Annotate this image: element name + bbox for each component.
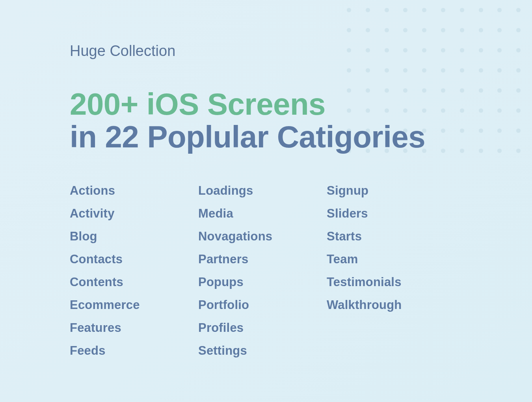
- category-item: Contacts: [70, 253, 198, 265]
- category-item: Starts: [327, 230, 455, 242]
- category-item: Partners: [198, 253, 327, 265]
- category-item: Ecommerce: [70, 299, 198, 311]
- category-item: Contents: [70, 276, 198, 288]
- category-item: Team: [327, 253, 455, 265]
- category-item: Loadings: [198, 184, 327, 197]
- category-item: Popups: [198, 276, 327, 288]
- category-item: Feeds: [70, 344, 198, 357]
- category-item: Activity: [70, 207, 198, 220]
- headline-line-2: in 22 Poplular Catigories: [70, 119, 425, 154]
- category-column-2: Loadings Media Novagations Partners Popu…: [198, 184, 327, 367]
- category-item: Walkthrough: [327, 299, 455, 311]
- category-item: Profiles: [198, 322, 327, 334]
- category-item: Portfolio: [198, 299, 327, 311]
- category-column-1: Actions Activity Blog Contacts Contents …: [70, 184, 198, 367]
- headline-line-1: 200+ iOS Screens: [70, 87, 326, 121]
- category-item: Novagations: [198, 230, 327, 242]
- category-item: Signup: [327, 184, 455, 197]
- category-item: Features: [70, 322, 198, 334]
- eyebrow-text: Huge Collection: [70, 43, 532, 60]
- headline: 200+ iOS Screens in 22 Poplular Catigori…: [70, 88, 532, 154]
- main-content: Huge Collection 200+ iOS Screens in 22 P…: [0, 0, 532, 367]
- category-item: Media: [198, 207, 327, 220]
- category-item: Blog: [70, 230, 198, 242]
- category-item: Testimonials: [327, 276, 455, 288]
- categories-grid: Actions Activity Blog Contacts Contents …: [70, 184, 532, 367]
- category-item: Sliders: [327, 207, 455, 220]
- category-item: Actions: [70, 184, 198, 197]
- category-item: Settings: [198, 344, 327, 357]
- category-column-3: Signup Sliders Starts Team Testimonials …: [327, 184, 455, 367]
